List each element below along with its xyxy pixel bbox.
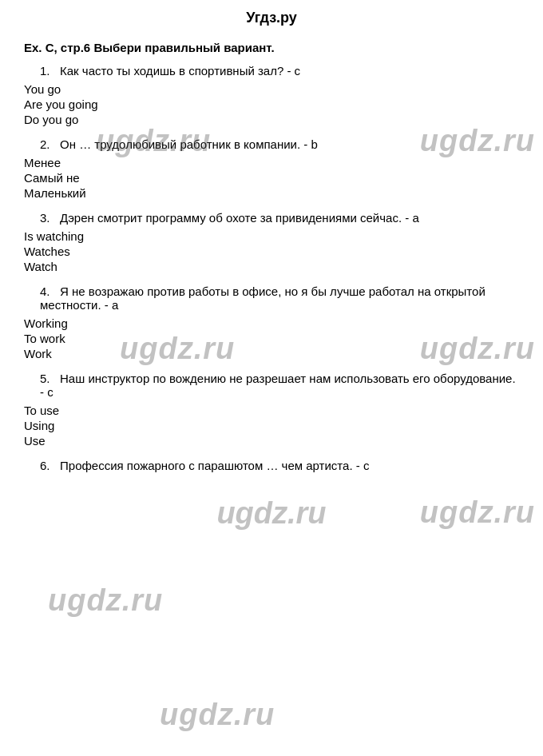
question-6: 6. Профессия пожарного с парашютом … чем… bbox=[24, 459, 519, 472]
q3-option-1: Is watching bbox=[24, 229, 519, 243]
question-6-number: 6. bbox=[40, 459, 50, 472]
question-1-number: 1. bbox=[40, 64, 50, 78]
q4-option-1: Working bbox=[24, 316, 519, 330]
question-1-body: Как часто ты ходишь в спортивный зал? - … bbox=[60, 64, 300, 78]
question-3: 3. Дэрен смотрит программу об охоте за п… bbox=[24, 211, 519, 225]
question-6-body: Профессия пожарного с парашютом … чем ар… bbox=[60, 459, 369, 472]
watermark-bottom-center: ugdz.ru bbox=[24, 496, 519, 531]
page-title: Угдз.ру bbox=[0, 0, 543, 33]
q3-option-2: Watches bbox=[24, 245, 519, 258]
q5-option-3: Use bbox=[24, 434, 519, 448]
exercise-title: Ex. C, стр.6 Выбери правильный вариант. bbox=[24, 41, 519, 54]
question-3-text: 3. Дэрен смотрит программу об охоте за п… bbox=[40, 211, 519, 225]
q2-option-3: Маленький bbox=[24, 186, 519, 200]
question-1-text: 1. Как часто ты ходишь в спортивный зал?… bbox=[40, 64, 519, 78]
q2-option-1: Менее bbox=[24, 156, 519, 169]
question-5-body: Наш инструктор по вождению не разрешает … bbox=[40, 372, 516, 399]
q1-option-1: You go bbox=[24, 82, 519, 96]
question-5-text: 5. Наш инструктор по вождению не разреша… bbox=[40, 372, 519, 399]
q5-option-1: To use bbox=[24, 404, 519, 417]
question-4-body: Я не возражаю против работы в офисе, но … bbox=[40, 284, 486, 312]
question-4-number: 4. bbox=[40, 284, 50, 298]
main-content: Ex. C, стр.6 Выбери правильный вариант. … bbox=[0, 33, 543, 555]
q2-option-2: Самый не bbox=[24, 171, 519, 185]
question-3-body: Дэрен смотрит программу об охоте за прив… bbox=[60, 211, 419, 225]
q4-option-3: Work bbox=[24, 347, 519, 360]
q5-option-2: Using bbox=[24, 419, 519, 432]
question-2-number: 2. bbox=[40, 137, 50, 151]
question-3-number: 3. bbox=[40, 211, 50, 225]
question-4-text: 4. Я не возражаю против работы в офисе, … bbox=[40, 284, 519, 312]
q1-option-3: Do you go bbox=[24, 113, 519, 126]
q1-option-2: Are you going bbox=[24, 97, 519, 111]
question-2-text: 2. Он … трудолюбивый работник в компании… bbox=[40, 137, 519, 151]
q4-option-2: To work bbox=[24, 332, 519, 345]
question-2: 2. Он … трудолюбивый работник в компании… bbox=[24, 137, 519, 151]
question-5-number: 5. bbox=[40, 372, 50, 385]
question-5: 5. Наш инструктор по вождению не разреша… bbox=[24, 372, 519, 399]
watermark-7: ugdz.ru bbox=[160, 698, 275, 732]
q3-option-3: Watch bbox=[24, 260, 519, 273]
question-4: 4. Я не возражаю против работы в офисе, … bbox=[24, 284, 519, 312]
watermark-6: ugdz.ru bbox=[48, 583, 163, 618]
question-6-text: 6. Профессия пожарного с парашютом … чем… bbox=[40, 459, 519, 472]
question-2-body: Он … трудолюбивый работник в компании. -… bbox=[60, 137, 318, 151]
question-1: 1. Как часто ты ходишь в спортивный зал?… bbox=[24, 64, 519, 78]
